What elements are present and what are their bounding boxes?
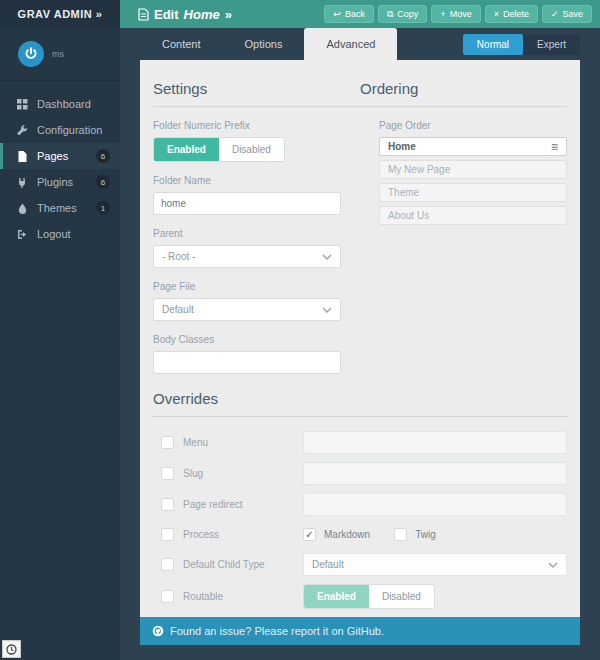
page-redirect-input[interactable]	[303, 493, 567, 516]
markdown-checkbox[interactable]	[303, 528, 316, 541]
order-item-about-us[interactable]: About Us	[379, 206, 567, 225]
sidebar-item-logout[interactable]: Logout	[0, 221, 120, 247]
routable-label: Routable	[183, 591, 223, 602]
mode-normal-button[interactable]: Normal	[463, 34, 523, 55]
move-button-label: Move	[450, 9, 472, 19]
document-icon	[138, 8, 149, 21]
menu-checkbox[interactable]	[161, 436, 174, 449]
order-item-theme[interactable]: Theme	[379, 183, 567, 202]
tab-advanced[interactable]: Advanced	[304, 28, 397, 60]
chevron-down-icon	[548, 562, 558, 568]
override-row-default-child-type: Default Child Type Default	[153, 553, 567, 576]
footer-message[interactable]: Found an issue? Please report it on GitH…	[170, 625, 384, 637]
sidebar-item-dashboard[interactable]: Dashboard	[0, 91, 120, 117]
main-area: Content Options Advanced Normal Expert S…	[120, 28, 600, 660]
logout-icon	[17, 229, 28, 240]
default-child-type-checkbox[interactable]	[161, 558, 174, 571]
sidebar-item-label: Configuration	[37, 124, 102, 136]
page-title: Edit Home »	[138, 7, 324, 22]
parent-select[interactable]: - Root -	[153, 245, 341, 268]
routable-checkbox[interactable]	[161, 590, 174, 603]
settings-heading: Settings	[153, 80, 360, 97]
wrench-icon	[17, 125, 28, 136]
disabled-option[interactable]: Disabled	[369, 585, 434, 608]
overrides-heading: Overrides	[153, 390, 567, 407]
page-order-label: Page Order	[379, 120, 567, 131]
page-icon	[17, 151, 28, 162]
sidebar-item-themes[interactable]: Themes 1	[0, 195, 120, 221]
clock-icon	[6, 644, 17, 655]
folder-name-label: Folder Name	[153, 175, 341, 186]
copy-icon: ⧉	[387, 10, 393, 19]
back-button[interactable]: ↩ Back	[324, 5, 374, 23]
themes-count-badge: 1	[96, 201, 110, 215]
overrides-heading-row: Overrides	[153, 374, 567, 417]
page-file-select[interactable]: Default	[153, 298, 341, 321]
topbar-actions: ↩ Back ⧉ Copy + Move × Delete ✓ Save	[324, 5, 592, 23]
menu-input[interactable]	[303, 431, 567, 454]
copy-button[interactable]: ⧉ Copy	[378, 5, 427, 23]
folder-name-input[interactable]	[153, 192, 341, 215]
parent-label: Parent	[153, 228, 341, 239]
copy-button-label: Copy	[397, 9, 418, 19]
username: ms	[52, 49, 64, 59]
chevron-down-icon	[322, 307, 332, 313]
process-checkbox[interactable]	[161, 528, 174, 541]
bottom-strip	[120, 645, 600, 660]
save-button[interactable]: ✓ Save	[542, 5, 592, 23]
save-button-label: Save	[562, 9, 583, 19]
override-row-process: Process Markdown Twig	[153, 524, 567, 545]
default-child-type-value: Default	[312, 559, 548, 570]
order-item-home[interactable]: Home ≡	[379, 137, 567, 156]
sidebar-nav: Dashboard Configuration Pages 6	[0, 91, 120, 247]
slug-input[interactable]	[303, 462, 567, 485]
order-item-my-new-page[interactable]: My New Page	[379, 160, 567, 179]
sidebar-item-label: Dashboard	[37, 98, 91, 110]
tab-content[interactable]: Content	[140, 28, 223, 60]
mode-expert-button[interactable]: Expert	[523, 34, 580, 55]
twig-checkbox[interactable]	[394, 528, 407, 541]
page-redirect-checkbox[interactable]	[161, 498, 174, 511]
ordering-heading: Ordering	[360, 80, 567, 97]
disabled-option[interactable]: Disabled	[219, 138, 284, 161]
slug-checkbox[interactable]	[161, 467, 174, 480]
plug-icon	[17, 177, 28, 188]
override-row-menu: Menu	[153, 431, 567, 454]
page-file-label: Page File	[153, 281, 341, 292]
enabled-option[interactable]: Enabled	[154, 138, 219, 161]
github-icon	[152, 625, 164, 637]
delete-button-label: Delete	[503, 9, 529, 19]
twig-label: Twig	[415, 529, 436, 540]
enabled-option[interactable]: Enabled	[304, 585, 369, 608]
section-headings: Settings Ordering	[153, 60, 567, 107]
sidebar-item-label: Themes	[37, 202, 77, 214]
back-button-label: Back	[345, 9, 365, 19]
routable-toggle: Enabled Disabled	[303, 584, 435, 609]
page-file-select-value: Default	[162, 304, 322, 315]
markdown-label: Markdown	[324, 529, 370, 540]
move-button[interactable]: + Move	[431, 5, 480, 23]
footer-bar: Found an issue? Please report it on GitH…	[140, 617, 580, 645]
default-child-type-select[interactable]: Default	[303, 553, 567, 576]
x-icon: ×	[494, 10, 499, 19]
body-classes-input[interactable]	[153, 351, 341, 374]
sidebar-item-plugins[interactable]: Plugins 6	[0, 169, 120, 195]
delete-button[interactable]: × Delete	[485, 5, 538, 23]
sidebar-item-pages[interactable]: Pages 6	[0, 143, 120, 169]
pages-count-badge: 6	[96, 149, 110, 163]
sidebar-item-configuration[interactable]: Configuration	[0, 117, 120, 143]
topbar-main: Edit Home » ↩ Back ⧉ Copy + Move ×	[120, 0, 600, 28]
drag-handle-icon[interactable]: ≡	[551, 141, 558, 153]
order-item-label: About Us	[388, 210, 429, 221]
form-panel: Settings Ordering Folder Numeric Prefix …	[140, 60, 580, 617]
brand[interactable]: GRAV ADMIN »	[0, 0, 120, 28]
plus-icon: +	[440, 10, 445, 19]
slug-label: Slug	[183, 468, 203, 479]
order-item-label: Theme	[388, 187, 419, 198]
sidebar-user[interactable]: ms	[0, 28, 120, 81]
tab-options[interactable]: Options	[223, 28, 305, 60]
brand-label: GRAV ADMIN »	[18, 8, 103, 20]
back-arrow-icon: ↩	[333, 10, 341, 19]
debugbar-toggle[interactable]	[2, 640, 21, 658]
order-item-label: My New Page	[388, 164, 450, 175]
